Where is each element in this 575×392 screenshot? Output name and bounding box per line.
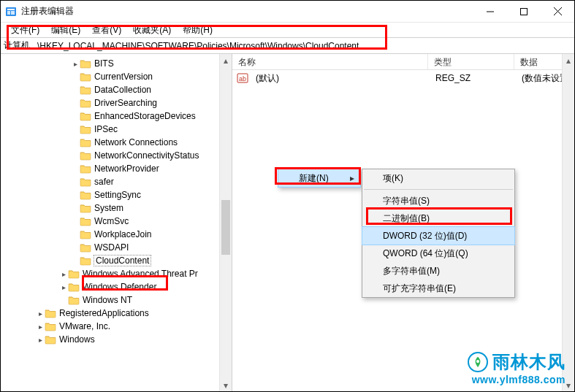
- cell-name: (默认): [250, 72, 430, 85]
- tree-item-label: VMware, Inc.: [59, 321, 110, 331]
- watermark-text: 雨林木风: [492, 350, 566, 374]
- tree-item-network-connections[interactable]: Network Connections: [1, 136, 232, 149]
- menu-view[interactable]: 查看(V): [86, 23, 127, 38]
- ctx-new-binary[interactable]: 二进制值(B): [362, 210, 514, 227]
- tree-item-bits[interactable]: ▸BITS: [1, 57, 232, 70]
- expander-icon[interactable]: ▸: [36, 323, 45, 331]
- menu-edit[interactable]: 编辑(E): [45, 23, 86, 38]
- menu-favorites[interactable]: 收藏夹(A): [127, 23, 177, 38]
- tree-item-wsdapi[interactable]: WSDAPI: [1, 241, 232, 254]
- tree-item-vmware-inc-[interactable]: ▸VMware, Inc.: [1, 320, 232, 333]
- folder-icon: [80, 137, 91, 147]
- tree-item-ipsec[interactable]: IPSec: [1, 123, 232, 136]
- tree-item-windows-advanced-threat-pr[interactable]: ▸Windows Advanced Threat Pr: [1, 267, 232, 280]
- tree-scrollbar[interactable]: ▴ ▾: [219, 54, 232, 391]
- tree-item-label: System: [94, 203, 123, 213]
- tree-item-label: Windows: [59, 334, 95, 345]
- expander-icon[interactable]: ▸: [36, 310, 45, 318]
- tree-item-networkconnectivitystatus[interactable]: NetworkConnectivityStatus: [1, 149, 232, 162]
- folder-icon: [45, 308, 56, 318]
- cell-type: REG_SZ: [430, 73, 516, 83]
- ctx-new-qword[interactable]: QWORD (64 位)值(Q): [362, 245, 514, 262]
- col-header-type[interactable]: 类型: [428, 54, 514, 69]
- watermark: 雨林木风 www.ylmf888.com: [468, 350, 566, 385]
- list-body[interactable]: ab(默认)REG_SZ(数值未设置: [232, 70, 574, 86]
- tree-item-label: BITS: [94, 58, 114, 69]
- tree-pane: ▸BITSCurrentVersionDataCollectionDriverS…: [1, 54, 232, 391]
- scroll-up-button[interactable]: ▴: [563, 54, 574, 66]
- svg-point-10: [476, 360, 479, 363]
- tree-item-networkprovider[interactable]: NetworkProvider: [1, 162, 232, 175]
- tree-item-datacollection[interactable]: DataCollection: [1, 83, 232, 96]
- menu-bar: 文件(F) 编辑(E) 查看(V) 收藏夹(A) 帮助(H): [1, 23, 574, 38]
- watermark-url: www.ylmf888.com: [468, 374, 566, 385]
- maximize-button[interactable]: [507, 1, 541, 23]
- folder-icon: [80, 58, 91, 69]
- window-title: 注册表编辑器: [21, 5, 473, 18]
- tree-item-windows-nt[interactable]: Windows NT: [1, 293, 232, 307]
- address-path: \HKEY_LOCAL_MACHINE\SOFTWARE\Policies\Mi…: [37, 41, 571, 51]
- tree-item-workplacejoin[interactable]: WorkplaceJoin: [1, 228, 232, 241]
- ctx-new-key[interactable]: 项(K): [362, 169, 514, 187]
- tree-item-label: Windows Advanced Threat Pr: [83, 269, 198, 279]
- tree-item-settingsync[interactable]: SettingSync: [1, 188, 232, 201]
- tree-item-label: safer: [94, 177, 114, 187]
- ctx-new-string[interactable]: 字符串值(S): [362, 192, 514, 210]
- folder-icon: [80, 111, 91, 121]
- registry-tree[interactable]: ▸BITSCurrentVersionDataCollectionDriverS…: [1, 54, 232, 346]
- svg-rect-2: [7, 11, 10, 15]
- expander-icon[interactable]: ▸: [36, 336, 45, 344]
- scroll-down-button[interactable]: ▾: [220, 379, 232, 391]
- tree-item-system[interactable]: System: [1, 201, 232, 215]
- string-value-icon: ab: [237, 72, 248, 84]
- tree-item-cloudcontent[interactable]: CloudContent: [1, 254, 232, 267]
- tree-item-label: DataCollection: [94, 85, 151, 95]
- ctx-new-multi[interactable]: 多字符串值(M): [362, 262, 514, 280]
- tree-item-label: CurrentVersion: [94, 72, 153, 82]
- expander-icon[interactable]: ▸: [71, 60, 80, 68]
- tree-item-driversearching[interactable]: DriverSearching: [1, 96, 232, 109]
- ctx-new[interactable]: 新建(N) ▸: [278, 169, 360, 187]
- ctx-new-label: 新建(N): [299, 172, 329, 185]
- folder-icon: [80, 150, 91, 161]
- ctx-new-expand[interactable]: 可扩充字符串值(E): [362, 280, 514, 297]
- tree-item-currentversion[interactable]: CurrentVersion: [1, 70, 232, 83]
- svg-rect-1: [7, 9, 15, 10]
- folder-icon: [68, 295, 80, 305]
- folder-icon: [80, 124, 91, 134]
- address-bar[interactable]: 计算机 \HKEY_LOCAL_MACHINE\SOFTWARE\Policie…: [1, 38, 574, 54]
- list-pane: 名称 类型 数据 ab(默认)REG_SZ(数值未设置 新建(N) ▸ 项(K)…: [232, 54, 574, 391]
- folder-icon: [80, 164, 91, 174]
- folder-icon: [45, 334, 56, 345]
- menu-file[interactable]: 文件(F): [5, 23, 45, 38]
- tree-item-wcmsvc[interactable]: WcmSvc: [1, 215, 232, 228]
- col-header-name[interactable]: 名称: [232, 54, 428, 69]
- minimize-button[interactable]: [473, 1, 507, 23]
- close-button[interactable]: [541, 1, 574, 23]
- tree-item-label: NetworkProvider: [94, 164, 159, 174]
- svg-text:ab: ab: [239, 75, 246, 82]
- ctx-new-dword[interactable]: DWORD (32 位)值(D): [362, 227, 514, 245]
- list-row[interactable]: ab(默认)REG_SZ(数值未设置: [232, 72, 574, 85]
- tree-item-label: EnhancedStorageDevices: [94, 111, 196, 121]
- tree-item-registeredapplications[interactable]: ▸RegisteredApplications: [1, 307, 232, 320]
- tree-item-enhancedstoragedevices[interactable]: EnhancedStorageDevices: [1, 109, 232, 123]
- list-scrollbar[interactable]: ▴ ▾: [562, 54, 574, 391]
- folder-icon: [68, 282, 80, 292]
- expander-icon[interactable]: ▸: [59, 270, 68, 278]
- folder-icon: [45, 321, 56, 331]
- list-header: 名称 类型 数据: [232, 54, 574, 70]
- scroll-thumb[interactable]: [221, 200, 230, 255]
- menu-help[interactable]: 帮助(H): [177, 23, 218, 38]
- folder-icon: [80, 177, 91, 187]
- tree-item-windows[interactable]: ▸Windows: [1, 333, 232, 346]
- scroll-up-button[interactable]: ▴: [220, 54, 232, 66]
- title-bar: 注册表编辑器: [1, 1, 574, 23]
- tree-item-label: Windows NT: [83, 295, 132, 305]
- expander-icon[interactable]: ▸: [59, 283, 68, 291]
- folder-icon: [80, 255, 91, 266]
- ctx-separator: [364, 189, 513, 190]
- tree-item-windows-defender[interactable]: ▸Windows Defender: [1, 280, 232, 293]
- tree-item-safer[interactable]: safer: [1, 175, 232, 188]
- app-icon: [5, 6, 17, 18]
